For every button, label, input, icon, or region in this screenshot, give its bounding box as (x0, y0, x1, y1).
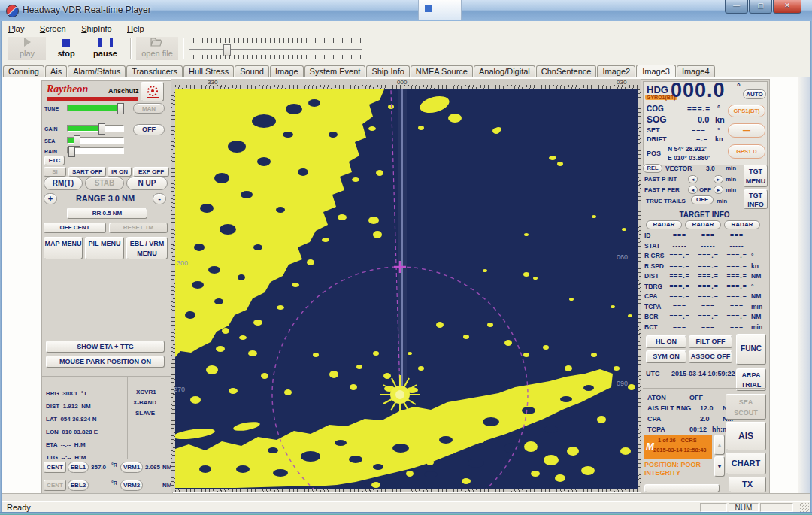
gain-slider[interactable] (67, 125, 124, 132)
range-down-button[interactable]: - (153, 193, 166, 204)
tab-hull-stress[interactable]: Hull Stress (183, 65, 234, 77)
tab-image2[interactable]: Image2 (597, 65, 635, 77)
ais-button[interactable]: AIS (726, 422, 766, 450)
radar3-button[interactable]: RADAR (724, 220, 760, 229)
tx-button[interactable]: TX (729, 477, 766, 492)
rain-slider[interactable] (67, 147, 124, 154)
exp-off-button[interactable]: EXP OFF (133, 167, 169, 177)
north-up-button[interactable]: N UP (126, 177, 168, 190)
rm-button[interactable]: RM(T) (44, 177, 83, 190)
tab-system-event[interactable]: System Event (304, 65, 366, 77)
auto-button[interactable]: AUTO (743, 89, 766, 99)
past-int-inc-button[interactable]: ► (714, 175, 723, 183)
radar-display: 330 000 030 300 270 060 090 (171, 79, 641, 492)
tab-conning[interactable]: Conning (3, 65, 44, 77)
tgt-info-button[interactable]: TGT INFO (744, 189, 768, 209)
off-cent-button[interactable]: OFF CENT (44, 223, 106, 233)
map-menu-button[interactable]: MAP MENU (44, 237, 83, 259)
ftc-button[interactable]: FTC (44, 156, 65, 165)
menu-help[interactable]: Help (121, 23, 150, 35)
si-button[interactable]: SI (44, 167, 66, 177)
maximize-button[interactable]: ▢ (749, 0, 772, 14)
tab-chnsentence[interactable]: ChnSentence (536, 65, 597, 77)
past-per-dec-button[interactable]: ◄ (688, 186, 698, 194)
gps1-button[interactable]: GPS1(BT) (728, 105, 765, 117)
ebl1-cent-button[interactable]: CENT (44, 462, 66, 473)
vrm1-button[interactable]: VRM1 (120, 462, 143, 473)
alarm-scroll-down-button[interactable]: ▼ (714, 456, 725, 477)
func-button[interactable]: FUNC (736, 334, 766, 365)
tab-analog-digital[interactable]: Analog/Digital (474, 65, 535, 77)
stab-button[interactable]: STAB (85, 177, 124, 190)
open-file-button[interactable]: open file (136, 37, 178, 60)
sym-on-button[interactable]: SYM ON (646, 350, 686, 363)
tab-image[interactable]: Image (270, 65, 304, 77)
chart-button[interactable]: CHART (726, 453, 766, 474)
tab-image3[interactable]: Image3 (636, 65, 676, 77)
app-icon (6, 5, 19, 17)
hl-on-button[interactable]: HL ON (646, 335, 686, 348)
rain-thumb[interactable] (68, 146, 75, 157)
alarm-message-box[interactable]: M 1 of 26 - CCRS 2015-03-14 12:58:43 (644, 435, 712, 459)
stop-button[interactable]: stop (47, 37, 85, 60)
tune-slider[interactable] (67, 105, 124, 111)
minimize-button[interactable]: — (725, 0, 748, 14)
gain-thumb[interactable] (98, 123, 105, 135)
mouse-park-button[interactable]: MOUSE PARK POSITION ON (46, 356, 165, 368)
ebl2-cent-button[interactable]: CENT (44, 480, 66, 491)
range-up-button[interactable]: + (44, 193, 57, 204)
tab-ais[interactable]: Ais (45, 65, 67, 77)
tab-alarm-status[interactable]: Alarm/Status (68, 65, 126, 77)
source-dash-button[interactable]: — (728, 123, 765, 138)
close-button[interactable]: ✕ (773, 0, 801, 14)
sea-thumb[interactable] (74, 135, 80, 147)
radar1-button[interactable]: RADAR (646, 220, 682, 229)
pause-button[interactable]: pause (86, 37, 124, 60)
sea-slider[interactable] (67, 137, 124, 144)
gps1d-button[interactable]: GPS1 D (728, 144, 765, 159)
assoc-off-button[interactable]: ASSOC OFF (689, 350, 732, 363)
resize-grip[interactable] (800, 503, 809, 512)
past-int-dec-button[interactable]: ◄ (688, 175, 698, 183)
app-window: Headway VDR Real-time Player — ▢ ✕ Play … (0, 0, 812, 515)
radar2-button[interactable]: RADAR (685, 220, 721, 229)
tab-ship-info[interactable]: Ship Info (366, 65, 409, 77)
tab-nmea-source[interactable]: NMEA Source (411, 65, 473, 77)
reset-tm-button[interactable]: RESET TM (109, 223, 168, 233)
sart-off-button[interactable]: SART OFF (68, 167, 106, 177)
vrm1-range: 2.065 (145, 464, 160, 471)
vector-value: 3.0 (706, 165, 715, 172)
man-button[interactable]: MAN (133, 103, 165, 114)
tab-sound[interactable]: Sound (235, 65, 269, 77)
past-per-inc-button[interactable]: ► (714, 186, 723, 194)
range-rings-button[interactable]: RR 0.5 NM (67, 208, 147, 219)
slider-track[interactable] (189, 49, 362, 50)
tgt-menu-button[interactable]: TGT MENU (744, 165, 768, 187)
rel-vector-button[interactable]: REL (643, 164, 662, 173)
menu-shipinfo[interactable]: ShipInfo (75, 23, 117, 35)
ebl-vrm-menu-button[interactable]: EBL / VRM MENU (126, 237, 168, 259)
menu-screen[interactable]: Screen (34, 23, 72, 35)
cpa-label: CPA (647, 415, 661, 423)
show-eta-ttg-button[interactable]: SHOW ETA + TTG (46, 341, 165, 353)
standby-button[interactable] (141, 82, 164, 101)
ebl1-button[interactable]: EBL1 (68, 462, 89, 473)
menu-play[interactable]: Play (2, 23, 30, 35)
alarm-scroll-up-button[interactable]: ▲ (714, 435, 725, 455)
pos-lon: E 010° 03.880' (668, 154, 710, 162)
ebl2-button[interactable]: EBL2 (68, 480, 89, 491)
playback-slider[interactable] (189, 38, 362, 60)
past-per-value: OFF (699, 186, 711, 193)
vrm2-button[interactable]: VRM2 (120, 480, 143, 491)
sea-scout-button[interactable]: SEA SCOUT (726, 394, 766, 420)
play-button[interactable]: play (8, 37, 46, 60)
trails-off-button[interactable]: OFF (691, 195, 714, 204)
ir-on-button[interactable]: IR ON (108, 167, 132, 177)
xcvr-line1: XCVR1 (136, 389, 156, 395)
pil-menu-button[interactable]: PIL MENU (85, 237, 124, 259)
sea-off-button[interactable]: OFF (133, 124, 165, 135)
tab-transducers[interactable]: Transducers (126, 65, 183, 77)
filt-off-button[interactable]: FILT OFF (689, 335, 732, 348)
tune-thumb[interactable] (117, 103, 124, 114)
tab-image4[interactable]: Image4 (677, 65, 715, 77)
